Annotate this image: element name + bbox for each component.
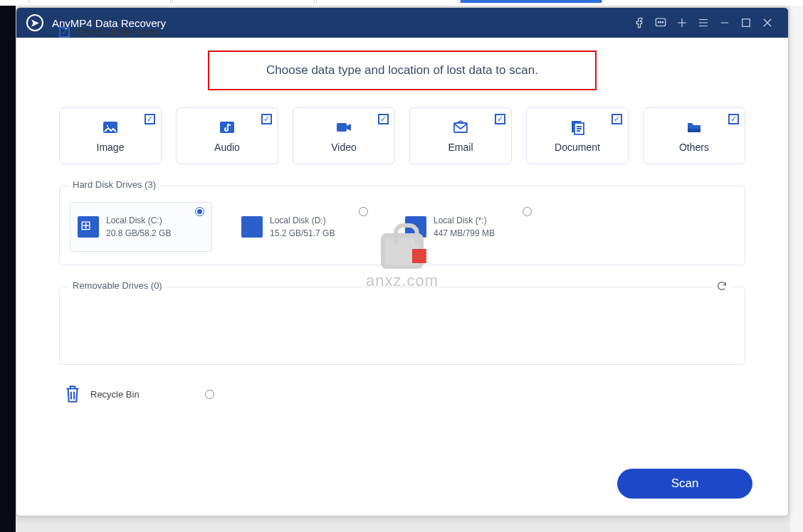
drive-option[interactable]: Local Disk (*:) 447 MB/799 MB <box>397 202 540 252</box>
browser-tab[interactable]: Google 翻译× <box>460 0 602 3</box>
drive-name: Local Disk (C:) <box>106 214 171 227</box>
drive-option[interactable]: Local Disk (C:) 20.8 GB/58.2 GB <box>70 202 212 252</box>
checkbox-icon[interactable]: ✓ <box>612 114 622 124</box>
recycle-bin-label: Recycle Bin <box>90 389 140 400</box>
hdd-legend: Hard Disk Drives (3) <box>68 179 160 190</box>
recycle-bin-icon <box>63 383 82 405</box>
checkbox-icon[interactable]: ✓ <box>495 114 505 124</box>
svg-rect-4 <box>742 19 750 27</box>
close-button[interactable] <box>757 12 778 33</box>
audio-icon <box>217 119 237 136</box>
drive-name: Local Disk (D:) <box>270 214 335 227</box>
disk-icon <box>78 216 99 238</box>
browser-tab[interactable]: 最新软件更新_PC6软件下载网× <box>28 0 171 3</box>
type-label: Others <box>679 142 709 153</box>
maximize-button[interactable] <box>735 12 757 33</box>
email-icon <box>451 119 471 136</box>
side-panel <box>790 6 803 532</box>
feedback-icon[interactable] <box>650 12 671 33</box>
type-card-image[interactable]: ✓ Image <box>59 107 162 164</box>
svg-rect-9 <box>454 123 467 132</box>
drive-option[interactable]: Local Disk (D:) 15.2 GB/51.7 GB <box>233 202 376 252</box>
svg-rect-8 <box>337 123 347 132</box>
svg-point-2 <box>660 22 661 23</box>
svg-point-6 <box>106 124 109 127</box>
svg-point-3 <box>662 22 663 23</box>
checkbox-icon[interactable]: ✓ <box>261 114 272 124</box>
folder-icon <box>684 119 704 136</box>
menu-icon[interactable] <box>693 12 714 33</box>
type-card-document[interactable]: ✓ Document <box>526 107 629 164</box>
scan-button[interactable]: Scan <box>617 469 752 499</box>
checkbox-icon[interactable]: ✓ <box>728 114 739 124</box>
radio-icon[interactable] <box>205 390 214 399</box>
recycle-bin-option[interactable]: Recycle Bin <box>59 383 745 405</box>
facebook-icon[interactable] <box>629 12 650 33</box>
add-icon[interactable] <box>671 12 693 33</box>
video-icon <box>334 119 354 136</box>
radio-icon[interactable] <box>523 207 532 216</box>
type-card-video[interactable]: ✓ Video <box>293 107 395 164</box>
type-card-email[interactable]: ✓ Email <box>409 107 512 164</box>
browser-tab[interactable]: AnyMP4 Data Recovery-AnyM× <box>172 0 315 3</box>
app-window: ➤ AnyMP4 Data Recovery ✓ Check all file … <box>16 7 789 516</box>
removable-section: Removable Drives (0) <box>59 287 745 365</box>
document-icon <box>567 119 587 136</box>
type-label: Audio <box>214 142 240 153</box>
checkbox-icon[interactable]: ✓ <box>145 114 155 124</box>
drive-size: 447 MB/799 MB <box>434 227 495 240</box>
refresh-button[interactable] <box>712 280 732 294</box>
file-type-grid: ✓ Image ✓ Audio ✓ Video ✓ Email ✓ <box>59 107 745 164</box>
drive-size: 20.8 GB/58.2 GB <box>106 227 171 240</box>
app-logo-icon: ➤ <box>26 14 43 31</box>
type-card-others[interactable]: ✓ Others <box>643 107 745 164</box>
svg-rect-0 <box>656 18 666 26</box>
desktop-background <box>0 6 16 532</box>
disk-icon <box>405 216 426 238</box>
minimize-button[interactable] <box>714 12 735 33</box>
type-label: Email <box>448 142 473 153</box>
type-card-audio[interactable]: ✓ Audio <box>176 107 278 164</box>
drive-size: 15.2 GB/51.7 GB <box>270 227 335 240</box>
browser-tab-strip: 最新软件更新_PC6软件下载网× AnyMP4 Data Recovery-An… <box>0 0 803 6</box>
refresh-icon <box>716 280 728 292</box>
removable-legend: Removable Drives (0) <box>68 280 167 291</box>
disk-icon <box>241 216 263 238</box>
checkbox-icon[interactable]: ✓ <box>378 114 389 124</box>
check-all-label: Check all file types <box>77 26 160 38</box>
browser-tab[interactable]: 后台内容管理系统 - 安下载× <box>316 0 458 3</box>
checkbox-icon[interactable]: ✓ <box>59 27 70 38</box>
drive-name: Local Disk (*:) <box>434 214 495 227</box>
instruction-banner: Choose data type and location of lost da… <box>208 50 597 90</box>
svg-rect-12 <box>688 129 700 132</box>
hdd-section: Hard Disk Drives (3) Local Disk (C:) 20.… <box>59 186 745 265</box>
image-icon <box>100 119 120 136</box>
radio-icon[interactable] <box>195 207 204 216</box>
type-label: Image <box>97 142 125 153</box>
svg-point-1 <box>658 22 659 23</box>
type-label: Document <box>555 142 600 153</box>
radio-icon[interactable] <box>359 207 368 216</box>
type-label: Video <box>331 142 357 153</box>
